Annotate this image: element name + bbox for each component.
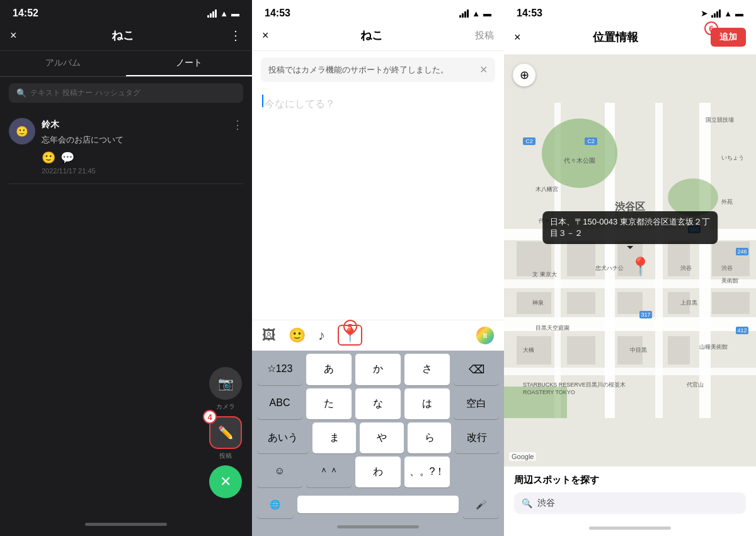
svg-text:国立競技場: 国立競技場 xyxy=(706,117,734,123)
svg-rect-19 xyxy=(617,292,643,314)
music-tool-btn[interactable]: ♪ xyxy=(318,327,325,344)
search-placeholder-p1: テキスト 投稿ナー ハッシュタグ xyxy=(30,88,140,98)
nav-bar-p2: × ねこ 投稿 xyxy=(252,23,504,51)
kb-row-2: ABC た な は 空白 xyxy=(252,385,504,419)
nav-bar-p1: × ねこ ⋮ xyxy=(0,23,252,51)
time-p3: 14:53 xyxy=(517,8,542,19)
tab-note[interactable]: ノート xyxy=(126,51,252,76)
close-button-p1[interactable]: × xyxy=(10,29,17,42)
fab-area-p1: 📷 カメラ 4 ✏️ 投稿 ✕ xyxy=(209,367,242,498)
bar4 xyxy=(215,9,217,18)
kb-row-3: あいう ま や ら 改行 xyxy=(252,419,504,453)
kb-key-punct[interactable]: 、。?！ xyxy=(404,457,450,487)
close-fab-p1[interactable]: ✕ xyxy=(209,465,242,498)
close-button-p2[interactable]: × xyxy=(262,29,269,42)
post-author-1: 鈴木 xyxy=(42,119,59,131)
text-area-p2[interactable]: 今なにしてる？ xyxy=(252,86,504,320)
search-input-p1[interactable]: 🔍 テキスト 投稿ナー ハッシュタグ xyxy=(9,83,243,103)
kb-key-del[interactable]: ⌫ xyxy=(454,354,499,385)
kb-key-sa[interactable]: さ xyxy=(404,354,450,385)
status-icons-p2: ▲ ▬ xyxy=(459,9,491,18)
bar1-p2 xyxy=(459,15,461,18)
nav-title-p3: 位置情報 xyxy=(593,30,638,45)
location-tool-btn[interactable]: 📍 xyxy=(338,325,362,346)
emoji-tool-btn[interactable]: 🙂 xyxy=(289,327,306,344)
more-button-p1[interactable]: ⋮ xyxy=(229,28,242,43)
nearby-section-p3: 周辺スポットを探す 🔍 渋谷 xyxy=(504,466,756,521)
post-item-1[interactable]: 🙂 鈴木 ⋮ 忘年会のお店について 🙂 💬 2022/11/17 21:45 xyxy=(9,109,243,184)
camera-button-p1[interactable]: 📷 xyxy=(209,367,242,400)
post-button-p2[interactable]: 投稿 xyxy=(475,30,494,42)
kb-key-na[interactable]: な xyxy=(355,388,401,419)
svg-text:木八幡宮: 木八幡宮 xyxy=(536,186,558,192)
svg-text:代官山: 代官山 xyxy=(686,382,704,388)
svg-text:渋谷: 渋谷 xyxy=(680,265,692,271)
kb-spacebar[interactable] xyxy=(297,496,459,513)
kb-key-ya[interactable]: や xyxy=(360,422,404,453)
bar3 xyxy=(212,11,214,18)
svg-text:外苑: 外苑 xyxy=(721,199,733,205)
nearby-search-p3[interactable]: 🔍 渋谷 xyxy=(514,492,746,514)
nav-title-p2: ねこ xyxy=(360,28,383,43)
add-button-p3[interactable]: 追加 xyxy=(711,28,746,47)
notice-close-p2[interactable]: ✕ xyxy=(479,64,488,76)
svg-text:上目黒: 上目黒 xyxy=(680,300,697,306)
edit-label-p1: 投稿 xyxy=(219,452,232,460)
kb-globe-btn[interactable]: 🌐 xyxy=(257,491,294,518)
edit-fab-wrapper: 4 ✏️ 投稿 xyxy=(209,416,242,460)
map-google-label: Google xyxy=(509,452,536,461)
kb-key-abc[interactable]: ABC xyxy=(257,388,302,419)
map-compass[interactable]: ⊕ xyxy=(513,64,536,86)
kb-key-sym[interactable]: ☆123 xyxy=(257,354,302,385)
svg-rect-6 xyxy=(655,103,663,418)
svg-point-9 xyxy=(542,119,617,188)
image-tool-btn[interactable]: 🖼 xyxy=(262,327,276,344)
svg-text:山種美術館: 山種美術館 xyxy=(699,344,728,350)
kb-key-enter[interactable]: 改行 xyxy=(455,422,499,453)
post-date-1: 2022/11/17 21:45 xyxy=(42,167,243,175)
tab-bar-p1: アルバム ノート xyxy=(0,51,252,77)
kb-key-ka[interactable]: か xyxy=(355,354,401,385)
kb-key-ta[interactable]: た xyxy=(306,388,352,419)
svg-rect-21 xyxy=(712,292,750,314)
camera-notice-p2: 投稿ではカメラ機能のサポートが終了しました。 ✕ xyxy=(261,57,495,82)
kb-mic-btn[interactable]: 🎤 xyxy=(462,491,499,518)
kb-key-wa[interactable]: わ xyxy=(355,457,401,487)
svg-text:忠犬ハチ公: 忠犬ハチ公 xyxy=(595,265,624,271)
map-pin: 📍 xyxy=(629,256,651,277)
tab-album[interactable]: アルバム xyxy=(0,51,126,76)
map-popup-text: 日本、〒150-0043 東京都渋谷区道玄坂２丁目３－２ xyxy=(550,217,710,238)
kb-key-space[interactable]: 空白 xyxy=(454,388,499,419)
svg-text:中目黒: 中目黒 xyxy=(630,347,647,353)
location-arrow-icon: ➤ xyxy=(701,8,708,18)
battery-icon-p2: ▬ xyxy=(483,9,491,18)
svg-rect-4 xyxy=(504,368,756,375)
text-cursor-p2 xyxy=(262,95,263,107)
svg-text:STARBUCKS RESERVE: STARBUCKS RESERVE xyxy=(523,382,586,388)
kb-key-a[interactable]: あ xyxy=(306,354,352,385)
reaction-bubble: 💬 xyxy=(60,151,74,165)
kb-key-ma[interactable]: ま xyxy=(312,422,357,453)
map-container-p3[interactable]: 渋谷区 代々木公園 木八幡宮 代々木IC 国立競技場 いちょう 外苑 文 東京大… xyxy=(504,55,756,466)
kb-key-emoji[interactable]: ☺ xyxy=(257,457,302,487)
svg-rect-13 xyxy=(567,242,595,276)
svg-text:大橋: 大橋 xyxy=(523,347,534,353)
svg-text:C2: C2 xyxy=(587,138,595,144)
close-button-p3[interactable]: × xyxy=(514,31,521,44)
kb-home-area xyxy=(252,521,504,536)
reaction-smile: 🙂 xyxy=(42,151,55,165)
kb-key-ra[interactable]: ら xyxy=(408,422,452,453)
svg-text:目黒天空庭園: 目黒天空庭園 xyxy=(536,325,570,331)
kb-key-ha[interactable]: は xyxy=(404,388,450,419)
kb-key-hat[interactable]: ＾＾ xyxy=(306,457,352,487)
kb-key-aiu[interactable]: あいう xyxy=(257,422,309,453)
svg-text:神泉: 神泉 xyxy=(532,300,544,306)
search-bar-p1: 🔍 テキスト 投稿ナー ハッシュタグ xyxy=(0,77,252,109)
toolbar-p2: 🖼 🙂 ♪ 5 📍 It xyxy=(252,320,504,351)
search-icon-p3: 🔍 xyxy=(522,498,532,508)
nav-title-p1: ねこ xyxy=(112,28,134,43)
add-button-wrapper: 6 追加 xyxy=(711,28,746,47)
post-menu-1[interactable]: ⋮ xyxy=(232,118,243,132)
status-bar-p3: 14:53 ➤ ▲ ▬ xyxy=(504,0,756,23)
nav-bar-p3: × 位置情報 6 追加 xyxy=(504,23,756,55)
